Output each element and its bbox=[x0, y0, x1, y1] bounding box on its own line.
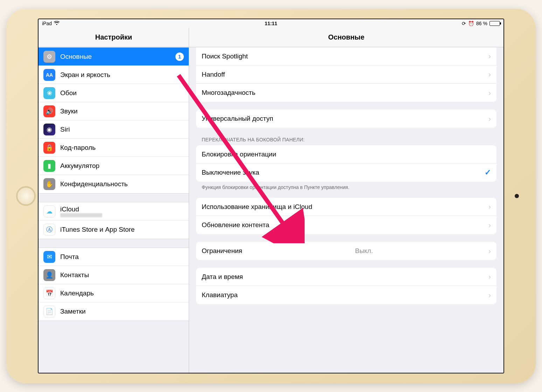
sidebar-item-passcode[interactable]: 🔒Код-пароль bbox=[39, 139, 189, 157]
sidebar-item-siri[interactable]: ◉Siri bbox=[39, 120, 189, 139]
section-header-sideswitch: ПЕРЕКЛЮЧАТЕЛЬ НА БОКОВОЙ ПАНЕЛИ: bbox=[196, 137, 496, 145]
sidebar-item-label: Заметки bbox=[60, 308, 86, 315]
battery-percent: 86 % bbox=[476, 21, 487, 26]
sidebar-item-battery[interactable]: ▮Аккумулятор bbox=[39, 157, 189, 175]
sounds-icon: 🔊 bbox=[43, 105, 55, 117]
sidebar-item-label: iCloud bbox=[60, 205, 102, 213]
sidebar-item-wallpaper[interactable]: ❀Обои bbox=[39, 84, 189, 102]
detail-row-refresh[interactable]: Обновление контента› bbox=[196, 216, 496, 234]
calendar-icon: 📅 bbox=[43, 287, 55, 299]
chevron-right-icon: › bbox=[488, 291, 491, 299]
device-frame: iPad 11:11 ⟳ ⏰ 86 % Настройки ⚙Основные1… bbox=[6, 9, 536, 383]
chevron-right-icon: › bbox=[488, 221, 491, 229]
detail-row-handoff[interactable]: Handoff› bbox=[196, 65, 496, 84]
sidebar-title: Настройки bbox=[39, 28, 189, 47]
wifi-icon bbox=[54, 21, 60, 26]
appstore-icon: Ⓐ bbox=[43, 224, 55, 236]
detail-row-datetime[interactable]: Дата и время› bbox=[196, 268, 496, 286]
status-time: 11:11 bbox=[265, 21, 277, 26]
detail-row-label: Блокировка ориентации bbox=[202, 150, 276, 158]
sidebar-item-privacy[interactable]: ✋Конфиденциальность bbox=[39, 175, 189, 193]
battery-icon bbox=[489, 21, 500, 26]
detail-row-label: Ограничения bbox=[202, 247, 242, 255]
detail-row-label: Выключение звука bbox=[202, 169, 259, 176]
chevron-right-icon: › bbox=[488, 273, 491, 281]
chevron-right-icon: › bbox=[488, 89, 491, 97]
screen: iPad 11:11 ⟳ ⏰ 86 % Настройки ⚙Основные1… bbox=[38, 19, 504, 373]
sidebar-item-store[interactable]: ⒶiTunes Store и App Store bbox=[39, 220, 189, 239]
detail-row-lockorient[interactable]: Блокировка ориентации bbox=[196, 145, 496, 163]
section-footer-sideswitch: Функция блокировки ориентации доступна в… bbox=[196, 182, 496, 190]
sidebar-item-label: Календарь bbox=[60, 289, 94, 297]
detail-row-restrictions[interactable]: ОграниченияВыкл.› bbox=[196, 242, 496, 260]
front-camera bbox=[515, 194, 519, 198]
sidebar-item-icloud[interactable]: ☁iCloud bbox=[39, 202, 189, 220]
display-icon: AA bbox=[43, 69, 55, 81]
hand-icon: ✋ bbox=[43, 178, 55, 190]
detail-row-label: Поиск Spotlight bbox=[202, 52, 248, 60]
sidebar-item-label: Звуки bbox=[60, 107, 78, 115]
wallpaper-icon: ❀ bbox=[43, 87, 55, 99]
settings-sidebar: Настройки ⚙Основные1AAЭкран и яркость❀Об… bbox=[39, 28, 189, 373]
sidebar-item-label: iTunes Store и App Store bbox=[60, 226, 135, 233]
sidebar-item-general[interactable]: ⚙Основные1 bbox=[39, 48, 189, 66]
detail-row-label: Клавиатура bbox=[202, 291, 238, 299]
device-label: iPad bbox=[42, 21, 52, 26]
chevron-right-icon: › bbox=[488, 203, 491, 211]
sidebar-item-label: Почта bbox=[60, 253, 79, 261]
sidebar-item-sounds[interactable]: 🔊Звуки bbox=[39, 102, 189, 120]
lock-icon: 🔒 bbox=[43, 142, 55, 154]
alarm-icon: ⏰ bbox=[468, 21, 474, 26]
icloud-account-sub bbox=[60, 213, 102, 217]
sidebar-item-label: Аккумулятор bbox=[60, 162, 99, 170]
detail-row-label: Handoff bbox=[202, 71, 225, 78]
detail-title: Основные bbox=[189, 28, 503, 47]
chevron-right-icon: › bbox=[488, 247, 491, 255]
badge: 1 bbox=[175, 52, 184, 61]
battery-icon: ▮ bbox=[43, 160, 55, 172]
detail-row-value: Выкл. bbox=[355, 247, 373, 255]
detail-row-spotlight[interactable]: Поиск Spotlight› bbox=[196, 47, 496, 65]
detail-row-label: Многозадачность bbox=[202, 89, 255, 97]
sidebar-item-label: Основные bbox=[60, 53, 92, 61]
chevron-right-icon: › bbox=[488, 115, 491, 123]
detail-row-mute[interactable]: Выключение звука✓ bbox=[196, 163, 496, 182]
icloud-icon: ☁ bbox=[43, 205, 55, 217]
chevron-right-icon: › bbox=[488, 70, 491, 78]
detail-pane: Основные Поиск Spotlight›Handoff›Многоза… bbox=[189, 28, 503, 373]
home-button[interactable] bbox=[16, 186, 36, 206]
sidebar-item-label: Обои bbox=[60, 89, 77, 97]
detail-row-accessibility[interactable]: Универсальный доступ› bbox=[196, 110, 496, 128]
sidebar-item-notes[interactable]: 📄Заметки bbox=[39, 302, 189, 321]
detail-row-label: Универсальный доступ bbox=[202, 115, 273, 122]
sidebar-item-label: Контакты bbox=[60, 271, 89, 279]
checkmark-icon: ✓ bbox=[485, 168, 491, 177]
sidebar-item-calendar[interactable]: 📅Календарь bbox=[39, 284, 189, 302]
detail-row-label: Обновление контента bbox=[202, 221, 269, 229]
sidebar-item-label: Siri bbox=[60, 126, 70, 133]
contacts-icon: 👤 bbox=[43, 269, 55, 281]
sidebar-item-label: Конфиденциальность bbox=[60, 180, 128, 188]
orientation-lock-icon: ⟳ bbox=[462, 21, 466, 26]
detail-row-label: Дата и время bbox=[202, 273, 243, 281]
detail-row-storage[interactable]: Использование хранилища и iCloud› bbox=[196, 198, 496, 216]
sidebar-item-contacts[interactable]: 👤Контакты bbox=[39, 266, 189, 284]
detail-row-keyboard[interactable]: Клавиатура› bbox=[196, 286, 496, 304]
sidebar-item-label: Экран и яркость bbox=[60, 71, 110, 79]
detail-row-label: Использование хранилища и iCloud bbox=[202, 203, 312, 211]
notes-icon: 📄 bbox=[43, 306, 55, 317]
sidebar-item-display[interactable]: AAЭкран и яркость bbox=[39, 66, 189, 84]
mail-icon: ✉ bbox=[43, 251, 55, 263]
gear-icon: ⚙ bbox=[43, 51, 55, 63]
siri-icon: ◉ bbox=[43, 124, 55, 135]
sidebar-item-label: Код-пароль bbox=[60, 144, 96, 152]
chevron-right-icon: › bbox=[488, 52, 491, 60]
detail-row-multitask[interactable]: Многозадачность› bbox=[196, 84, 496, 102]
status-bar: iPad 11:11 ⟳ ⏰ 86 % bbox=[39, 19, 503, 28]
sidebar-item-mail[interactable]: ✉Почта bbox=[39, 248, 189, 266]
